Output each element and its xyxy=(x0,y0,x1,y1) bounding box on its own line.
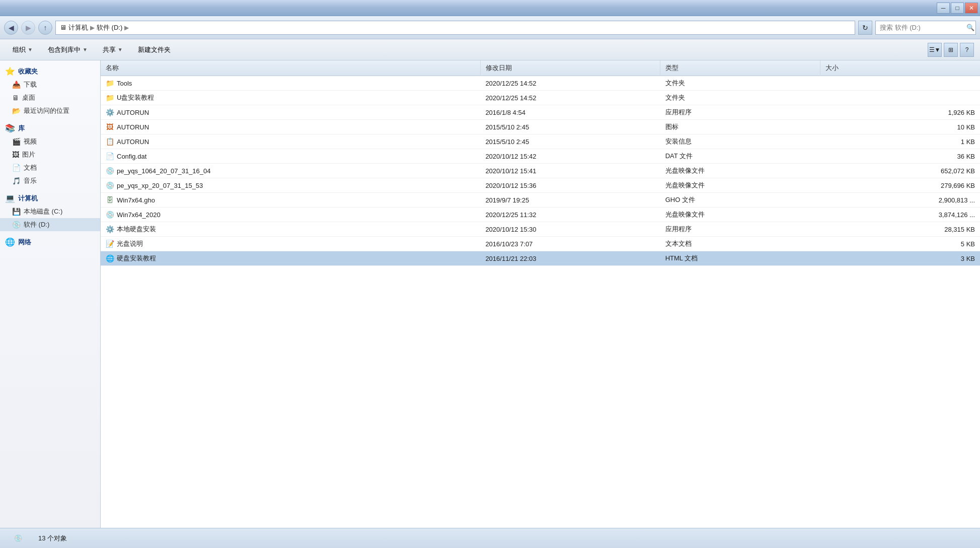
file-type-icon: 🌐 xyxy=(106,254,114,262)
file-size-cell: 1,926 KB xyxy=(820,105,980,120)
table-row[interactable]: 💿 pe_yqs_xp_20_07_31_15_53 2020/10/12 15… xyxy=(101,178,980,193)
file-icon-name: 📝 光盘说明 xyxy=(106,239,143,248)
sidebar-item-video[interactable]: 🎬 视频 xyxy=(0,135,100,148)
help-icon: ? xyxy=(965,46,969,53)
file-type-icon: 💿 xyxy=(106,211,114,219)
local-c-icon: 💾 xyxy=(12,208,21,216)
file-type-cell: GHO 文件 xyxy=(660,193,820,208)
file-type-icon: 📋 xyxy=(106,138,114,146)
file-type-cell: HTML 文档 xyxy=(660,251,820,266)
new-folder-label: 新建文件夹 xyxy=(138,45,171,54)
new-folder-button[interactable]: 新建文件夹 xyxy=(131,42,177,57)
breadcrumb-computer[interactable]: 计算机 xyxy=(68,23,88,32)
close-button[interactable]: ✕ xyxy=(965,3,978,14)
file-size-cell: 36 KB xyxy=(820,149,980,164)
sidebar-network-header[interactable]: 🌐 网络 xyxy=(0,235,100,249)
file-type-cell: 文件夹 xyxy=(660,91,820,105)
file-type-icon: 📁 xyxy=(106,79,114,87)
sidebar-item-local-c[interactable]: 💾 本地磁盘 (C:) xyxy=(0,205,100,218)
refresh-button[interactable]: ↻ xyxy=(858,21,872,35)
table-row[interactable]: ⚙️ 本地硬盘安装 2020/10/12 15:30 应用程序 28,315 K… xyxy=(101,222,980,237)
breadcrumb[interactable]: 🖥 计算机 ▶ 软件 (D:) ▶ xyxy=(55,21,855,35)
organize-button[interactable]: 组织 ▼ xyxy=(6,42,39,57)
search-icon[interactable]: 🔍 xyxy=(966,24,974,31)
breadcrumb-sep2: ▶ xyxy=(124,24,129,31)
sidebar-libraries-header[interactable]: 📚 库 xyxy=(0,121,100,135)
file-area[interactable]: 名称 修改日期 类型 大小 📁 Tools 2020/12/25 14:52 文… xyxy=(101,60,980,528)
sidebar-item-pictures[interactable]: 🖼 图片 xyxy=(0,148,100,161)
col-header-size[interactable]: 大小 xyxy=(820,60,980,76)
table-row[interactable]: 💿 Win7x64_2020 2020/12/25 11:32 光盘映像文件 3… xyxy=(101,208,980,222)
status-count: 13 个对象 xyxy=(38,534,67,543)
breadcrumb-drive[interactable]: 软件 (D:) xyxy=(97,23,122,32)
sidebar-computer-header[interactable]: 💻 计算机 xyxy=(0,191,100,205)
file-size-cell: 28,315 KB xyxy=(820,222,980,237)
file-size-cell: 2,900,813 ... xyxy=(820,193,980,208)
file-size-cell: 5 KB xyxy=(820,237,980,251)
sidebar-libraries-section: 📚 库 🎬 视频 🖼 图片 📄 文档 🎵 音乐 xyxy=(0,121,100,187)
file-size-cell xyxy=(820,76,980,91)
video-icon: 🎬 xyxy=(12,138,21,146)
file-type-icon: 💿 xyxy=(106,181,114,189)
share-button[interactable]: 共享 ▼ xyxy=(96,42,129,57)
file-type-icon: 📁 xyxy=(106,94,114,102)
pictures-label: 图片 xyxy=(22,150,35,159)
file-icon-name: 📁 U盘安装教程 xyxy=(106,93,154,102)
status-icon: 💿 xyxy=(8,529,28,547)
file-type-icon: 💿 xyxy=(106,167,114,175)
file-size-cell: 3,874,126 ... xyxy=(820,208,980,222)
table-row[interactable]: 📝 光盘说明 2016/10/23 7:07 文本文档 5 KB xyxy=(101,237,980,251)
sidebar-favorites-header[interactable]: ⭐ 收藏夹 xyxy=(0,64,100,78)
table-row[interactable]: 📄 Config.dat 2020/10/12 15:42 DAT 文件 36 … xyxy=(101,149,980,164)
view-button[interactable]: ☰ ▼ xyxy=(928,43,942,57)
table-row[interactable]: 📋 AUTORUN 2015/5/10 2:45 安装信息 1 KB xyxy=(101,134,980,149)
file-name-cell: 💿 Win7x64_2020 xyxy=(101,208,480,222)
col-header-modified[interactable]: 修改日期 xyxy=(480,60,660,76)
maximize-button[interactable]: □ xyxy=(951,3,964,14)
file-icon-name: 💿 Win7x64_2020 xyxy=(106,211,161,219)
sidebar-item-downloads[interactable]: 📥 下载 xyxy=(0,78,100,91)
file-size-cell: 3 KB xyxy=(820,251,980,266)
table-row[interactable]: 🗄 Win7x64.gho 2019/9/7 19:25 GHO 文件 2,90… xyxy=(101,193,980,208)
minimize-button[interactable]: ─ xyxy=(937,3,950,14)
local-d-label: 软件 (D:) xyxy=(24,220,49,229)
status-bar: 💿 13 个对象 xyxy=(0,528,980,548)
table-row[interactable]: 💿 pe_yqs_1064_20_07_31_16_04 2020/10/12 … xyxy=(101,164,980,178)
file-name-cell: 🌐 硬盘安装教程 xyxy=(101,251,480,266)
file-type-cell: 图标 xyxy=(660,120,820,134)
table-header-row: 名称 修改日期 类型 大小 xyxy=(101,60,980,76)
sidebar-item-documents[interactable]: 📄 文档 xyxy=(0,161,100,174)
forward-button[interactable]: ▶ xyxy=(21,21,35,35)
file-icon-name: 🗄 Win7x64.gho xyxy=(106,196,155,204)
table-row[interactable]: 🌐 硬盘安装教程 2016/11/21 22:03 HTML 文档 3 KB xyxy=(101,251,980,266)
file-type-icon: ⚙️ xyxy=(106,108,114,116)
up-button[interactable]: ↑ xyxy=(38,21,52,35)
documents-icon: 📄 xyxy=(12,164,21,172)
col-header-type[interactable]: 类型 xyxy=(660,60,820,76)
col-header-name[interactable]: 名称 xyxy=(101,60,480,76)
file-name-label: Tools xyxy=(117,80,132,87)
downloads-label: 下载 xyxy=(24,80,37,89)
file-icon-name: 🌐 硬盘安装教程 xyxy=(106,254,156,263)
search-input[interactable] xyxy=(880,24,964,31)
sidebar-item-recent[interactable]: 📂 最近访问的位置 xyxy=(0,104,100,117)
file-date-cell: 2020/10/12 15:30 xyxy=(480,222,660,237)
table-row[interactable]: ⚙️ AUTORUN 2016/1/8 4:54 应用程序 1,926 KB xyxy=(101,105,980,120)
include-library-arrow: ▼ xyxy=(83,47,88,52)
table-row[interactable]: 🖼 AUTORUN 2015/5/10 2:45 图标 10 KB xyxy=(101,120,980,134)
back-button[interactable]: ◀ xyxy=(4,21,18,35)
help-button[interactable]: ? xyxy=(960,43,974,57)
include-library-button[interactable]: 包含到库中 ▼ xyxy=(41,42,94,57)
details-view-button[interactable]: ⊞ xyxy=(944,43,958,57)
table-row[interactable]: 📁 U盘安装教程 2020/12/25 14:52 文件夹 xyxy=(101,91,980,105)
sidebar-favorites-section: ⭐ 收藏夹 📥 下载 🖥 桌面 📂 最近访问的位置 xyxy=(0,64,100,117)
file-size-cell: 652,072 KB xyxy=(820,164,980,178)
sidebar-item-desktop[interactable]: 🖥 桌面 xyxy=(0,91,100,104)
search-box[interactable]: 🔍 xyxy=(875,21,976,35)
organize-arrow: ▼ xyxy=(28,47,33,52)
table-row[interactable]: 📁 Tools 2020/12/25 14:52 文件夹 xyxy=(101,76,980,91)
file-date-cell: 2015/5/10 2:45 xyxy=(480,120,660,134)
file-name-label: pe_yqs_1064_20_07_31_16_04 xyxy=(117,167,211,175)
sidebar-item-local-d[interactable]: 💿 软件 (D:) xyxy=(0,218,100,231)
sidebar-item-music[interactable]: 🎵 音乐 xyxy=(0,174,100,187)
